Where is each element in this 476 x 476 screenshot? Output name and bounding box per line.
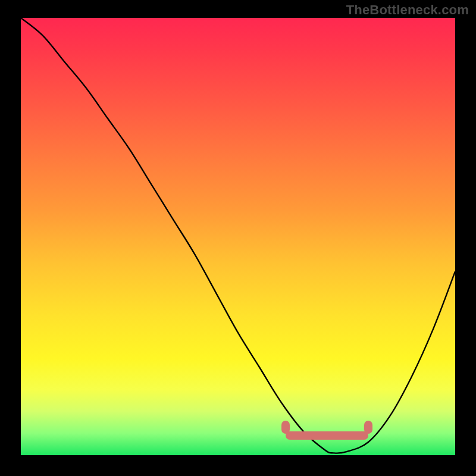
optimal-range-right-endpoint — [364, 421, 372, 434]
plot-area — [21, 18, 455, 455]
chart-frame: TheBottleneck.com — [0, 0, 476, 476]
curve-path — [21, 18, 455, 453]
optimal-range-band — [286, 431, 368, 440]
bottleneck-curve — [21, 18, 455, 455]
watermark-text: TheBottleneck.com — [346, 2, 469, 18]
optimal-range-left-endpoint — [281, 421, 290, 434]
